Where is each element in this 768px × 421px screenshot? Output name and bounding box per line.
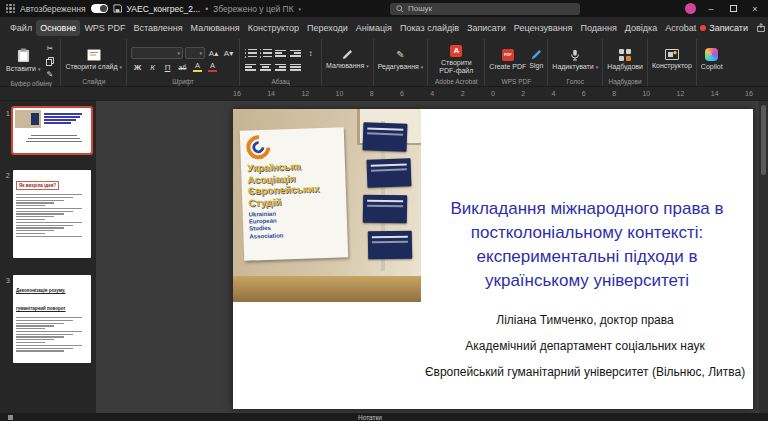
photo-books xyxy=(353,121,417,271)
slide-thumbnail-3[interactable]: 3 Деколонізація розуму, гуманітарний пов… xyxy=(2,275,91,363)
numbering-icon[interactable] xyxy=(259,47,272,59)
new-slide-button[interactable]: Створити слайд ▾ xyxy=(65,49,122,71)
slide-number: 1 xyxy=(2,108,10,153)
close-button[interactable]: × xyxy=(748,4,762,14)
tab-довідка[interactable]: Довідка xyxy=(621,20,661,36)
designer-group: Конструктор xyxy=(647,39,696,86)
font-group: ▾ ▾ А▴ А▾ Ж К П аб А А Шрифт xyxy=(126,39,239,86)
bold-button[interactable]: Ж xyxy=(131,61,144,73)
designer-button[interactable]: Конструктор xyxy=(652,49,692,70)
acrobat-icon xyxy=(450,45,462,57)
minimize-button[interactable]: – xyxy=(704,4,718,14)
tab-вставлення[interactable]: Вставлення xyxy=(129,20,186,36)
ruler-mark: 16 xyxy=(745,90,753,97)
notes-button[interactable]: Нотатки xyxy=(358,414,382,421)
format-painter-icon[interactable]: ✎ xyxy=(43,68,56,80)
tab-wps-pdf[interactable]: WPS PDF xyxy=(80,20,129,36)
line-spacing-icon[interactable]: ↕ xyxy=(304,47,317,59)
app-launcher-icon[interactable] xyxy=(6,4,15,13)
search-icon xyxy=(396,5,404,13)
font-color-button[interactable]: А xyxy=(206,61,219,73)
font-group-label: Шрифт xyxy=(172,78,193,85)
slide-thumbnail-1[interactable]: 1 xyxy=(2,108,91,153)
slide-canvas[interactable]: УкраїнськаАсоціаціяЄвропейськихСтудій Uk… xyxy=(233,109,753,409)
create-pdf-wps-button[interactable]: Create PDF xyxy=(489,49,526,71)
tab-конструктор[interactable]: Конструктор xyxy=(244,20,303,36)
tab-подання[interactable]: Подання xyxy=(576,20,620,36)
slide-subtitle-textbox[interactable]: Ліліана Тимченко, доктор праваАкадемічни… xyxy=(421,307,749,385)
ribbon-tab-bar: ФайлОсновнеWPS PDFВставленняМалюванняКон… xyxy=(0,17,768,39)
copilot-group: Copilot xyxy=(696,39,727,86)
ribbon: Вставити ▾ ✂ ✎ Буфер обміну Створ xyxy=(0,39,768,87)
addins-icon xyxy=(619,49,631,61)
chevron-down-icon[interactable]: ▾ xyxy=(299,6,302,12)
editing-button[interactable]: ✎ Редагування ▾ xyxy=(378,49,424,71)
tab-анімація[interactable]: Анімація xyxy=(352,20,396,36)
tab-малювання[interactable]: Малювання xyxy=(187,20,244,36)
voice-group-label: Голос xyxy=(567,78,584,85)
font-name-select[interactable]: ▾ xyxy=(131,47,183,59)
bullets-icon[interactable] xyxy=(244,47,257,59)
highlight-color-button[interactable]: А xyxy=(191,61,204,73)
slide-photo[interactable]: УкраїнськаАсоціаціяЄвропейськихСтудій Uk… xyxy=(233,109,421,302)
justify-icon[interactable] xyxy=(289,61,302,73)
slide-title-textbox[interactable]: Викладання міжнародного права впостколон… xyxy=(429,197,745,293)
document-title[interactable]: УАЕС_конгрес_2... xyxy=(127,4,201,14)
indent-icon[interactable] xyxy=(289,47,302,59)
create-pdf-adobe-button[interactable]: Створити PDF-файл xyxy=(432,45,480,75)
clipboard-icon xyxy=(17,48,30,63)
ruler-mark: 14 xyxy=(711,90,719,97)
thumb3-body-lines xyxy=(16,317,88,352)
record-icon xyxy=(700,25,706,31)
saved-status[interactable]: Збережено у цей ПК xyxy=(213,4,293,14)
ruler-mark: 2 xyxy=(461,90,465,97)
drawing-button[interactable]: Малювання ▾ xyxy=(326,49,369,70)
tab-рецензування[interactable]: Рецензування xyxy=(510,20,577,36)
adobe-group-label: Adobe Acrobat xyxy=(435,78,478,85)
wps-pdf-icon xyxy=(502,49,514,61)
align-right-icon[interactable] xyxy=(274,61,287,73)
increase-font-icon[interactable]: А▴ xyxy=(207,47,220,59)
addins-button[interactable]: Надбудови xyxy=(607,49,643,71)
tab-показ-слайдів[interactable]: Показ слайдів xyxy=(396,20,463,36)
paragraph-group-label: Абзац xyxy=(271,78,289,85)
voice-group: Надиктувати ▾ Голос xyxy=(547,39,602,86)
clipboard-group: Вставити ▾ ✂ ✎ Буфер обміну xyxy=(2,39,60,86)
search-placeholder: Пошук xyxy=(408,4,432,13)
italic-button[interactable]: К xyxy=(146,61,159,73)
copy-icon[interactable] xyxy=(43,55,56,67)
sign-pen-icon xyxy=(531,49,542,60)
ruler-mark: 0 xyxy=(491,90,495,97)
record-button[interactable]: Записати xyxy=(700,23,748,33)
sign-button[interactable]: Sign xyxy=(529,49,543,70)
underline-button[interactable]: П xyxy=(161,61,174,73)
maximize-button[interactable] xyxy=(726,4,740,14)
slide-thumbnail-2[interactable]: 2 Як визріла ідея? xyxy=(2,170,91,258)
tab-записати[interactable]: Записати xyxy=(463,20,510,36)
tab-основне[interactable]: Основне xyxy=(36,20,80,36)
share-icon[interactable] xyxy=(756,23,766,33)
dictate-button[interactable]: Надиктувати ▾ xyxy=(552,49,598,71)
copilot-button[interactable]: Copilot xyxy=(701,48,723,71)
outdent-icon[interactable] xyxy=(274,47,287,59)
cut-icon[interactable]: ✂ xyxy=(43,42,56,54)
tab-файл[interactable]: Файл xyxy=(6,20,36,36)
align-center-icon[interactable] xyxy=(259,61,272,73)
user-avatar[interactable] xyxy=(685,3,696,14)
ruler-mark: 12 xyxy=(301,90,309,97)
strikethrough-button[interactable]: аб xyxy=(176,61,189,73)
save-icon[interactable] xyxy=(113,4,122,13)
paste-button[interactable]: Вставити ▾ xyxy=(6,48,40,73)
search-input[interactable]: Пошук xyxy=(390,3,580,15)
copilot-icon xyxy=(705,48,718,61)
ruler-mark: 12 xyxy=(677,90,685,97)
font-size-select[interactable]: ▾ xyxy=(185,47,205,59)
tab-acrobat[interactable]: Acrobat xyxy=(661,20,700,36)
decrease-font-icon[interactable]: А▾ xyxy=(222,47,235,59)
tab-переходи[interactable]: Переходи xyxy=(303,20,352,36)
drawing-group: Малювання ▾ xyxy=(321,39,373,86)
autosave-toggle[interactable] xyxy=(91,4,108,13)
vertical-scrollbar[interactable] xyxy=(759,101,768,413)
align-left-icon[interactable] xyxy=(244,61,257,73)
slides-group: Створити слайд ▾ Слайди xyxy=(60,39,126,86)
